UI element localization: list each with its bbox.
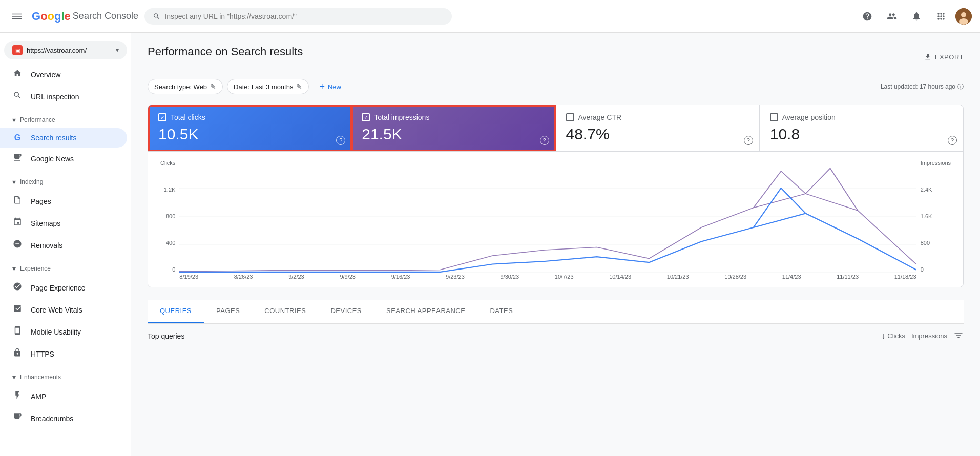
metric-card-clicks[interactable]: ✓ Total clicks 10.5K ?	[148, 105, 351, 151]
impressions-info-icon[interactable]: ?	[540, 136, 549, 145]
tab-dates[interactable]: DATES	[477, 300, 525, 323]
menu-button[interactable]	[8, 8, 26, 25]
url-search-input[interactable]	[164, 12, 444, 20]
apps-button[interactable]	[931, 6, 951, 27]
tab-countries[interactable]: COUNTRIES	[252, 300, 318, 323]
mobile-icon	[12, 326, 23, 338]
sitemaps-icon	[12, 217, 23, 229]
chart-svg-container: 8/19/23 8/26/23 9/2/23 9/9/23 9/16/23 9/…	[179, 160, 916, 283]
info-icon: ⓘ	[957, 82, 964, 91]
tab-pages[interactable]: PAGES	[204, 300, 252, 323]
clicks-checkbox[interactable]: ✓	[158, 113, 166, 121]
table-actions: ↓ Clicks Impressions	[881, 330, 964, 342]
table-label: Top queries	[148, 332, 184, 340]
filter-bar: Search type: Web ✎ Date: Last 3 months ✎…	[148, 79, 964, 94]
metrics-chart-container: ✓ Total clicks 10.5K ? ✓ Total impressio…	[148, 105, 964, 287]
clicks-info-icon[interactable]: ?	[336, 136, 345, 145]
sidebar-item-page-experience[interactable]: Page Experience	[0, 277, 127, 299]
news-icon	[12, 153, 23, 164]
y-axis-right: Impressions 2.4K 1.6K 800 0	[921, 160, 951, 283]
sidebar-item-https[interactable]: HTTPS	[0, 343, 127, 365]
experience-section-header[interactable]: ▾ Experience	[0, 256, 131, 277]
chevron-down-icon: ▾	[116, 47, 119, 54]
metric-card-position[interactable]: Average position 10.8 ?	[760, 105, 963, 151]
tab-queries[interactable]: QUERIES	[148, 300, 204, 323]
ctr-checkbox[interactable]	[566, 113, 574, 121]
metrics-row: ✓ Total clicks 10.5K ? ✓ Total impressio…	[148, 105, 963, 152]
svg-rect-2	[12, 18, 22, 19]
edit-icon: ✎	[296, 82, 302, 91]
google-g-icon: G	[12, 133, 23, 142]
y-right-label: Impressions	[921, 160, 951, 166]
tab-search-appearance[interactable]: SEARCH APPEARANCE	[374, 300, 477, 323]
topbar-actions	[857, 6, 972, 27]
filter-icon	[953, 330, 964, 340]
position-label: Average position	[782, 113, 836, 121]
filter-list-button[interactable]	[953, 330, 964, 342]
property-name: https://vastroar.com/	[27, 47, 112, 54]
enhancements-section-header[interactable]: ▾ Enhancements	[0, 365, 131, 385]
indexing-section-header[interactable]: ▾ Indexing	[0, 170, 131, 190]
position-checkbox[interactable]	[770, 113, 778, 121]
sidebar: ▣ https://vastroar.com/ ▾ Overview URL i…	[0, 33, 131, 456]
star-icon	[12, 282, 23, 294]
clicks-value: 10.5K	[158, 126, 341, 143]
google-logo: Google Search Console	[32, 10, 138, 23]
download-icon	[924, 53, 932, 61]
ctr-info-icon[interactable]: ?	[744, 136, 753, 145]
topbar: Google Search Console	[0, 0, 980, 33]
search-type-filter[interactable]: Search type: Web ✎	[148, 79, 223, 94]
table-toolbar: Top queries ↓ Clicks Impressions	[148, 324, 964, 348]
new-filter-button[interactable]: + New	[313, 79, 347, 94]
x-axis-labels: 8/19/23 8/26/23 9/2/23 9/9/23 9/16/23 9/…	[179, 274, 916, 280]
clicks-label: Total clicks	[171, 113, 205, 121]
share-button[interactable]	[882, 6, 902, 27]
data-tabs: QUERIES PAGES COUNTRIES DEVICES SEARCH A…	[148, 300, 964, 324]
impressions-checkbox[interactable]: ✓	[362, 113, 370, 121]
impressions-label: Total impressions	[374, 113, 429, 121]
svg-rect-0	[12, 13, 22, 14]
metric-card-ctr[interactable]: Average CTR 48.7% ?	[556, 105, 760, 151]
clicks-column-header[interactable]: ↓ Clicks	[881, 331, 905, 341]
sidebar-item-removals[interactable]: Removals	[0, 234, 127, 256]
sidebar-item-overview[interactable]: Overview	[0, 64, 127, 86]
edit-icon: ✎	[210, 82, 216, 91]
avatar[interactable]	[955, 8, 972, 25]
position-info-icon[interactable]: ?	[948, 136, 957, 145]
tab-devices[interactable]: DEVICES	[318, 300, 374, 323]
sidebar-item-breadcrumbs[interactable]: Breadcrumbs	[0, 407, 127, 429]
url-search-bar[interactable]	[144, 8, 452, 25]
sidebar-item-core-web-vitals[interactable]: Core Web Vitals	[0, 299, 127, 321]
removals-icon	[12, 239, 23, 251]
sidebar-item-pages[interactable]: Pages	[0, 190, 127, 212]
search-icon	[153, 12, 160, 20]
down-arrow-icon: ↓	[881, 331, 885, 341]
y-axis-left: Clicks 1.2K 800 400 0	[160, 160, 175, 283]
last-updated: Last updated: 17 hours ago ⓘ	[881, 82, 964, 91]
chevron-icon: ▾	[12, 178, 16, 186]
sidebar-item-sitemaps[interactable]: Sitemaps	[0, 212, 127, 234]
help-button[interactable]	[857, 6, 878, 27]
performance-section-header[interactable]: ▾ Performance	[0, 108, 131, 128]
notifications-button[interactable]	[906, 6, 927, 27]
chevron-icon: ▾	[12, 373, 16, 381]
sidebar-item-search-results[interactable]: G Search results	[0, 128, 127, 148]
date-filter[interactable]: Date: Last 3 months ✎	[227, 79, 309, 94]
property-selector[interactable]: ▣ https://vastroar.com/ ▾	[4, 41, 127, 59]
svg-point-5	[959, 18, 968, 25]
chart-area: Clicks 1.2K 800 400 0	[148, 152, 963, 287]
ctr-value: 48.7%	[566, 126, 749, 143]
impressions-value: 21.5K	[362, 126, 545, 143]
svg-point-4	[961, 12, 966, 17]
chevron-icon: ▾	[12, 264, 16, 273]
main-content: Performance on Search results EXPORT Sea…	[131, 33, 980, 456]
sidebar-item-google-news[interactable]: Google News	[0, 148, 127, 170]
layout: ▣ https://vastroar.com/ ▾ Overview URL i…	[0, 33, 980, 456]
svg-rect-1	[12, 16, 22, 17]
sidebar-item-amp[interactable]: AMP	[0, 385, 127, 407]
export-button[interactable]: EXPORT	[924, 53, 964, 61]
sidebar-item-mobile-usability[interactable]: Mobile Usability	[0, 321, 127, 343]
impressions-column-header[interactable]: Impressions	[911, 332, 947, 340]
metric-card-impressions[interactable]: ✓ Total impressions 21.5K ?	[351, 105, 555, 151]
sidebar-item-url-inspection[interactable]: URL inspection	[0, 86, 127, 108]
